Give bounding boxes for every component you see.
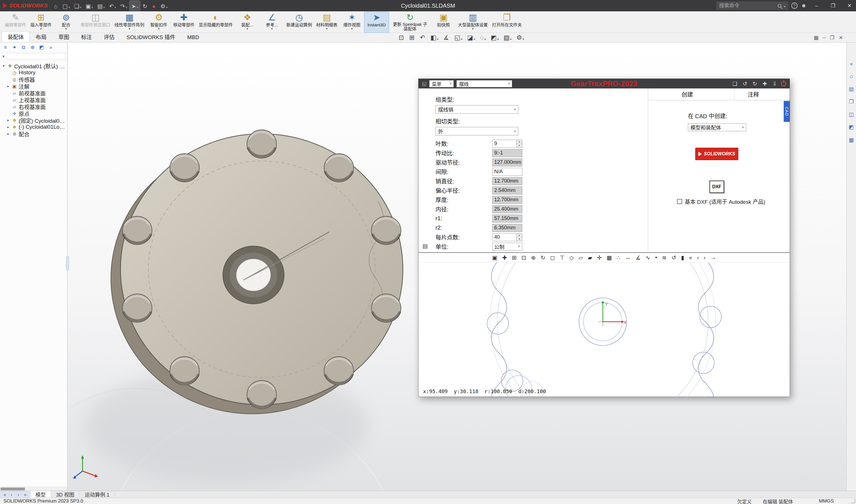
ribbon-button[interactable]: ∠ 参考... ▾ (260, 12, 284, 33)
featuremanager-tree-icon[interactable]: ≡ (1, 44, 10, 51)
document-view-tab[interactable]: 模型 (30, 491, 51, 498)
units-select[interactable]: 公制 (492, 242, 522, 251)
print-icon[interactable]: ▤ ▾ (95, 1, 106, 11)
help-icon[interactable]: ? (791, 3, 798, 9)
expander-icon[interactable]: ▸ (6, 84, 10, 88)
command-tab[interactable]: 装配体 (2, 31, 30, 42)
user-account-icon[interactable]: ☻ (801, 3, 807, 9)
notes-icon[interactable]: ❏ (732, 80, 737, 87)
profile-type-dropdown[interactable]: 摆线 (457, 80, 512, 87)
tree-item[interactable]: ▱ 上视基准面 (1, 96, 67, 103)
prev-tab-icon[interactable]: ‹ (8, 492, 15, 497)
search-box[interactable] (716, 2, 788, 10)
collapse-chevron-icon[interactable]: « (850, 61, 853, 67)
command-tab[interactable]: MBD (181, 33, 205, 42)
group-type-select[interactable]: 摆线销 (435, 105, 518, 114)
file-explorer-icon[interactable]: ❐ (849, 98, 854, 105)
search-dropdown-icon[interactable] (784, 3, 785, 9)
points-per-lobe-input[interactable]: 40 (492, 233, 522, 241)
previous-view-icon[interactable]: ↶ (420, 34, 426, 41)
step-back-icon[interactable]: ‹ (697, 254, 699, 261)
menu-dropdown[interactable]: 菜单 (429, 80, 454, 87)
tangent-type-select[interactable]: 外 (435, 127, 518, 136)
ribbon-button[interactable]: ▥ 大型装配体设置 ▾ (456, 12, 490, 33)
open-icon[interactable]: ❏ ▾ (72, 1, 83, 11)
filter-icon[interactable]: ▼ (2, 54, 5, 59)
doc-close-icon[interactable]: ✕ (839, 35, 843, 41)
tab-annotation[interactable]: 注释 (734, 88, 759, 100)
tree-item[interactable]: ▱ 右视基准面 (1, 103, 67, 110)
ribbon-button[interactable]: ◐ 显示隐藏的零部件 (197, 12, 235, 33)
ribbon-button[interactable]: ➤ Instant3D (364, 12, 389, 33)
ribbon-button[interactable]: ❖ 装配... ▾ (235, 12, 260, 33)
viewport-icon[interactable]: ▣ (492, 254, 497, 261)
ribbon-button[interactable]: ❐ 打开所在文件夹 (490, 12, 524, 33)
top-view-icon[interactable]: ⊤ (560, 254, 565, 261)
undo-icon[interactable]: ↶ ▾ (107, 1, 118, 11)
pause-icon[interactable]: ▮ (681, 254, 684, 261)
macro-record-icon[interactable]: ● (150, 1, 158, 11)
ribbon-button[interactable]: ⚙ 智能扣件 ▾ (147, 12, 171, 33)
ribbon-button[interactable]: ✚ 移动零部件 (171, 12, 196, 33)
profile-data-icon[interactable]: ▤ (423, 242, 428, 249)
measure-icon[interactable]: ∡ (443, 34, 450, 41)
undo-icon[interactable]: ↺ (743, 80, 747, 87)
zoom-to-area-icon[interactable]: ⊞ (409, 34, 415, 41)
view-orientation-icon[interactable]: ◱ ▾ (454, 34, 462, 41)
curve-icon[interactable]: ∿ (646, 254, 650, 261)
search-icon[interactable] (778, 4, 781, 8)
new-document-icon[interactable]: ▢ ▾ (61, 1, 71, 11)
panel-splitter-handle[interactable] (66, 256, 69, 270)
axes-icon[interactable]: ✛ (597, 254, 602, 261)
zoom-window-icon[interactable]: ⊞ (512, 254, 517, 261)
design-library-icon[interactable]: ▤ (849, 86, 854, 92)
wireframe-icon[interactable]: ▱ (579, 254, 583, 261)
basic-dxf-checkbox[interactable] (677, 199, 682, 204)
ribbon-button[interactable]: ◫ 零部件预览窗口 (78, 12, 112, 33)
tree-item[interactable]: ▸ ❖ (-) Cycloidal01Lobes<1> (1, 124, 67, 130)
tree-hscrollbar-track[interactable] (0, 487, 67, 491)
spinner-buttons-icon[interactable] (516, 234, 522, 241)
preview-canvas[interactable]: Y X x:95.409 y:30.118 r:100.050 d:200.10… (418, 263, 790, 397)
step-forward-icon[interactable]: › (704, 254, 706, 261)
ribbon-button[interactable]: ▤ 材料明细表 ▾ (314, 12, 339, 33)
command-tab[interactable]: 草图 (52, 31, 75, 42)
ribbon-button[interactable]: ◷ 新建运动算例 (284, 12, 314, 33)
doc-minimize-icon[interactable]: – (823, 35, 826, 41)
hide-show-items-icon[interactable]: ◌ ▾ (480, 34, 486, 41)
iso-view-icon[interactable]: ◇ (569, 254, 574, 261)
tree-item[interactable]: ✛ 原点 (1, 110, 67, 117)
ribbon-button[interactable]: ↻ 更新 Speedpak 子装配体 (389, 12, 431, 33)
expander-icon[interactable]: ▸ (6, 118, 10, 122)
command-tab[interactable]: 标注 (75, 31, 98, 42)
clearance-field[interactable]: N/A (492, 168, 522, 176)
point-icon[interactable]: • (655, 254, 657, 261)
dimension-icon[interactable]: ↔ (625, 254, 631, 261)
solidworks-button[interactable]: SOLIDWORKS (695, 148, 738, 160)
redo-icon[interactable]: ↷ ▾ (119, 1, 129, 11)
apply-scene-icon[interactable]: ▨ ▾ (503, 34, 512, 41)
search-input[interactable] (719, 3, 775, 9)
tab-create[interactable]: 创建 (682, 90, 693, 98)
front-view-icon[interactable]: ◻ (550, 254, 555, 261)
display-style-icon[interactable]: ◪ ▾ (467, 34, 475, 41)
tree-item[interactable]: ◷ History (1, 69, 67, 76)
expander-icon[interactable]: ▸ (6, 132, 10, 136)
doc-restore-icon[interactable]: ❐ (830, 35, 835, 41)
ribbon-button[interactable]: ▣ 拍快照 (431, 12, 456, 33)
spinner-buttons-icon[interactable] (516, 140, 522, 147)
maximize-icon[interactable]: ❐ (826, 0, 840, 11)
edit-appearance-icon[interactable]: ◩ ▾ (491, 34, 499, 41)
export-icon[interactable]: ⇩ (772, 80, 777, 87)
rotate-view-icon[interactable]: ↻ (540, 254, 545, 261)
select-icon[interactable]: ➤ ▾ (129, 1, 140, 11)
resources-icon[interactable]: ⌂ (850, 73, 853, 79)
tree-item[interactable]: ▸ ⊚ 配合 (1, 130, 67, 137)
next-tab-icon[interactable]: › (15, 492, 21, 497)
tree-item[interactable]: ◎ 传感器 (1, 76, 67, 83)
zoom-to-fit-icon[interactable]: ⊡ (399, 34, 404, 41)
tree-item[interactable]: ▸ ❖ (固定) Cycloidal01Pins<1... (1, 117, 67, 124)
go-start-icon[interactable]: « (689, 254, 692, 261)
cad-target-select[interactable]: 模型和装配体 (688, 123, 746, 131)
close-icon[interactable]: ✕ (843, 0, 856, 11)
